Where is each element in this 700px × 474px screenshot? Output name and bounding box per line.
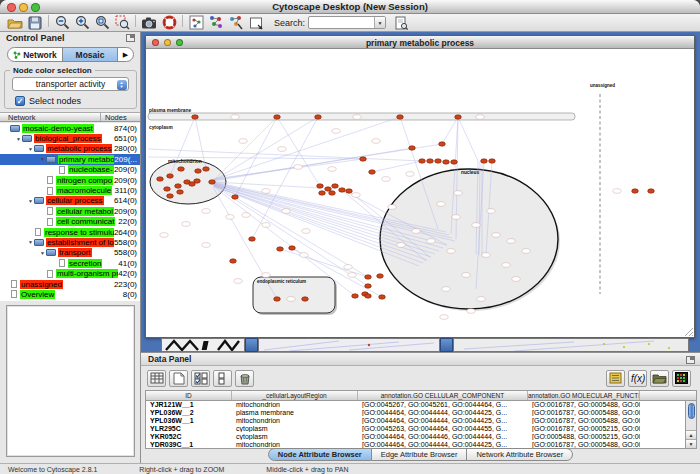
network-canvas[interactable]: plasma membranecytoplasmmitochondrionnuc… <box>146 49 694 337</box>
nucleus-region <box>380 169 558 309</box>
zoom-out-icon[interactable] <box>52 15 72 31</box>
table-row[interactable]: YPL036W__2plasma membrane[GO:0044464, GO… <box>146 409 685 417</box>
search-combobox[interactable]: ▼ <box>308 16 386 29</box>
select-nodes-checkbox[interactable]: ✓ <box>15 96 25 106</box>
filter-icon[interactable] <box>226 15 246 31</box>
table-row[interactable]: YJR121W__1mitochondrion[GO:0045267, GO:0… <box>146 401 685 409</box>
zoom-selected-icon[interactable] <box>112 15 132 31</box>
tree-row-macromolecule[interactable]: macromolecule311(0) <box>0 185 140 195</box>
tree-label: multi-organism pro <box>56 269 118 278</box>
column-header[interactable]: ID <box>146 391 232 400</box>
tree-expand-arrow-icon[interactable]: ▼ <box>27 239 34 245</box>
tree-row-mosaic-demo-yeast[interactable]: mosaic-demo-yeast874(0) <box>0 123 140 133</box>
table-row[interactable]: YKR052Ccytoplasm[GO:0044464, GO:0044446,… <box>146 432 685 440</box>
help-ring-icon[interactable] <box>159 15 179 31</box>
network-node <box>167 194 174 198</box>
tree-row-unassigned[interactable]: unassigned223(0) <box>0 279 140 289</box>
tree-row-cellular-process[interactable]: ▼cellular process614(0) <box>0 196 140 206</box>
background-window-corner[interactable] <box>245 338 258 352</box>
network-node <box>339 188 346 192</box>
float-panel-icon[interactable] <box>126 34 135 42</box>
node-label-oval <box>294 165 302 170</box>
save-icon[interactable] <box>25 15 45 31</box>
tree-label: response to stimulu <box>44 228 114 237</box>
advanced-search-icon[interactable] <box>391 15 411 31</box>
search-dropdown-arrow-icon[interactable]: ▼ <box>374 17 385 28</box>
tree-row-cell-communicat[interactable]: cell communicat22(0) <box>0 217 140 227</box>
tree-row-nucleobase-[interactable]: nucleobase-209(0) <box>0 165 140 175</box>
resize-grip-icon[interactable] <box>685 328 693 336</box>
table-row[interactable]: YPL036W__1mitochondrion[GO:0044464, GO:0… <box>146 417 685 425</box>
open-folder-icon[interactable] <box>5 15 25 31</box>
region-label: endoplasmic reticulum <box>257 279 306 284</box>
tree-expand-arrow-icon[interactable]: ▼ <box>15 136 22 142</box>
table-cell: [GO:0016787, GO:0005488, GO:0005215, G..… <box>528 409 640 416</box>
tree-expand-arrow-icon[interactable]: ▼ <box>27 146 34 152</box>
tree-node-count: 280(0) <box>114 144 137 153</box>
select-attributes-icon[interactable] <box>191 370 210 387</box>
birdseye-view-panel[interactable] <box>6 305 135 457</box>
zoom-in-icon[interactable] <box>72 15 92 31</box>
table-row[interactable]: YDR039C__1mitochondrion[GO:0044464, GO:0… <box>146 440 685 448</box>
table-row[interactable]: YLR295Ccytoplasm[GO:0045263, GO:0044464,… <box>146 424 685 432</box>
network-graph[interactable]: plasma membranecytoplasmmitochondrionnuc… <box>146 49 694 337</box>
tree-expand-arrow-icon[interactable]: ▼ <box>39 156 46 162</box>
column-header[interactable]: annotation.GO CELLULAR_COMPONENT <box>358 391 528 400</box>
tree-expand-arrow-icon[interactable]: ▼ <box>27 198 34 204</box>
tab-mosaic[interactable]: Mosaic <box>62 48 118 61</box>
tab-overflow-arrow-icon[interactable]: ▶ <box>118 48 133 61</box>
tree-row-metabolic-process[interactable]: ▼metabolic process280(0) <box>0 144 140 154</box>
annotation-icon[interactable] <box>246 15 266 31</box>
scroll-down-icon[interactable]: ▼ <box>686 439 696 448</box>
tree-expand-arrow-icon[interactable]: ▼ <box>39 250 46 256</box>
tree-row-establishment-of-lo[interactable]: ▼establishment of lo558(0) <box>0 237 140 247</box>
attribute-table-icon[interactable] <box>147 370 166 387</box>
tab-node-attribute-browser[interactable]: Node Attribute Browser <box>268 448 372 461</box>
column-header[interactable]: _cellularLayoutRegion <box>232 391 358 400</box>
delete-attribute-icon[interactable] <box>235 370 254 387</box>
search-input[interactable] <box>310 17 372 28</box>
scrollbar-thumb[interactable] <box>688 403 695 419</box>
overview-icon[interactable] <box>186 15 206 31</box>
tree-row-overview[interactable]: Overview8(0) <box>0 289 140 299</box>
tree-row-cellular-metabol[interactable]: cellular metabol209(0) <box>0 206 140 216</box>
function-builder-icon[interactable]: f(x) <box>628 370 647 387</box>
new-attribute-icon[interactable] <box>169 370 188 387</box>
background-window-fragment[interactable] <box>453 338 689 352</box>
node-label-oval <box>507 239 515 244</box>
tab-edge-attribute-browser[interactable]: Edge Attribute Browser <box>372 448 468 461</box>
tree-label: nucleobase- <box>68 165 114 174</box>
tab-network-attribute-browser[interactable]: Network Attribute Browser <box>467 448 573 461</box>
background-window-fragment[interactable] <box>258 338 440 352</box>
edge <box>213 117 318 181</box>
column-header[interactable]: annotation.GO MOLECULAR_FUNCTION <box>528 391 640 400</box>
tree-header-network[interactable]: Network <box>0 113 100 121</box>
attribute-list-icon[interactable] <box>606 370 625 387</box>
background-window-fragment[interactable] <box>161 338 245 352</box>
vizmapper-icon[interactable] <box>206 15 226 31</box>
node-color-dropdown[interactable]: transporter activity ▲▼ <box>12 77 129 91</box>
tree-row-biological-process[interactable]: ▼biological_process651(0) <box>0 133 140 143</box>
unselect-attributes-icon[interactable] <box>213 370 232 387</box>
import-attributes-icon[interactable] <box>650 370 669 387</box>
node-label-oval <box>202 209 210 214</box>
network-node <box>192 115 199 119</box>
tree-row-secretion[interactable]: secretion41(0) <box>0 258 140 268</box>
leaf-icon <box>59 166 65 174</box>
zoom-fit-icon[interactable] <box>92 15 112 31</box>
float-panel-icon[interactable] <box>686 356 695 364</box>
tree-row-multi-organism-pro[interactable]: multi-organism pro42(0) <box>0 268 140 278</box>
tree-header-nodes[interactable]: Nodes <box>100 113 140 121</box>
network-node <box>319 191 326 195</box>
tree-row-nitrogen-compo[interactable]: nitrogen compo209(0) <box>0 175 140 185</box>
matrix-icon[interactable] <box>672 370 691 387</box>
app-title: Cytoscape Desktop (New Session) <box>0 1 700 12</box>
tree-row-response-to-stimulu[interactable]: response to stimulu264(0) <box>0 227 140 237</box>
tree-row-transport[interactable]: ▼transport558(0) <box>0 248 140 258</box>
background-window-corner[interactable] <box>440 338 453 352</box>
table-scrollbar[interactable]: ▲ ▼ <box>685 401 696 448</box>
scroll-up-icon[interactable]: ▲ <box>686 430 696 439</box>
tab-network[interactable]: Network <box>8 48 62 61</box>
snapshot-icon[interactable] <box>139 15 159 31</box>
tree-row-primary-metabo[interactable]: ▼primary metabo209(... <box>0 154 140 164</box>
